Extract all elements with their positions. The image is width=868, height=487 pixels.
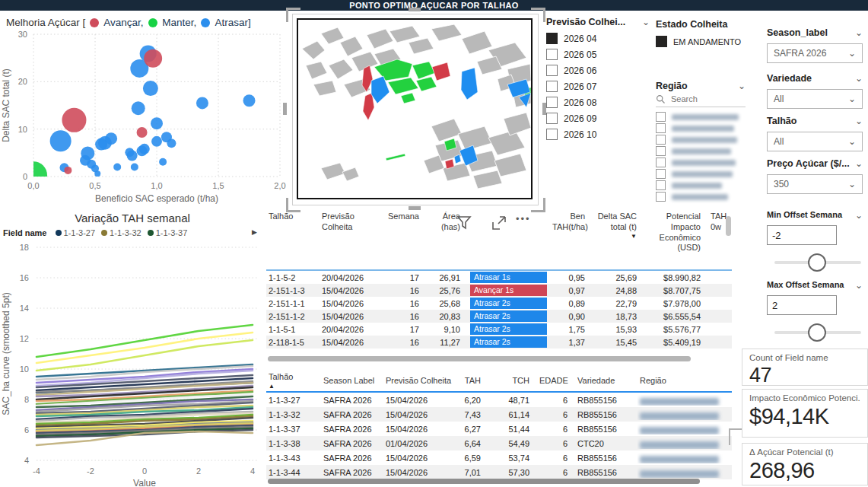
column-header[interactable]: Season Label bbox=[321, 376, 383, 387]
checkbox-unchecked[interactable] bbox=[656, 180, 666, 190]
checkbox-unchecked[interactable] bbox=[656, 146, 666, 156]
checkbox-unchecked[interactable] bbox=[656, 192, 666, 202]
max-offset-slider-knob[interactable] bbox=[808, 323, 826, 342]
chevron-down-icon[interactable]: ⌄ bbox=[642, 17, 650, 27]
map-resize-handle[interactable] bbox=[409, 206, 421, 210]
column-header[interactable]: Ben TAH(t/ha) bbox=[550, 212, 593, 233]
table-row[interactable]: 2-151-1-215/04/20261620,83Atrasar 2s0,90… bbox=[266, 310, 732, 323]
table-row[interactable]: 2-151-1-315/04/20261625,76Avançar 1s0,97… bbox=[266, 284, 732, 297]
checkbox-unchecked[interactable] bbox=[656, 123, 666, 133]
scatter-bubble-Atrasar[interactable] bbox=[132, 101, 145, 115]
chevron-down-icon[interactable]: ⌄ bbox=[855, 73, 863, 84]
scatter-bubble-Atrasar[interactable] bbox=[139, 144, 150, 154]
season-dropdown[interactable]: SAFRA 2026⌄ bbox=[767, 43, 863, 63]
focus-mode-icon[interactable] bbox=[491, 215, 507, 234]
table-row[interactable]: 1-1-3-44SAFRA 202615/04/20267,0157,306RB… bbox=[266, 465, 732, 479]
table-row[interactable]: 1-1-3-32SAFRA 202615/04/20267,4361,146RB… bbox=[266, 407, 732, 422]
filter-funnel-icon[interactable] bbox=[455, 214, 473, 235]
min-offset-slider-knob[interactable] bbox=[808, 253, 826, 272]
column-header[interactable]: Região bbox=[637, 376, 724, 387]
checkbox-checked[interactable] bbox=[546, 33, 558, 44]
filter-option[interactable]: 2026 05 bbox=[546, 46, 650, 62]
chevron-down-icon[interactable]: ⌄ bbox=[855, 27, 863, 38]
scatter-bubble-Atrasar[interactable] bbox=[159, 158, 167, 166]
max-offset-input[interactable]: 2 bbox=[767, 295, 837, 315]
column-header[interactable]: Semana bbox=[383, 212, 427, 222]
map-resize-handle[interactable] bbox=[409, 8, 421, 11]
line-chart[interactable]: 1816141210864-4-2024ValueSAC_ha curve (s… bbox=[0, 207, 265, 487]
table1-vertical-scrollbar[interactable] bbox=[726, 216, 731, 236]
scatter-bubble-Atrasar[interactable] bbox=[81, 146, 94, 160]
filter-option[interactable]: 2026 07 bbox=[546, 78, 650, 94]
scatter-bubble-Atrasar[interactable] bbox=[196, 97, 208, 109]
scatter-bubble-Avançar[interactable] bbox=[144, 49, 162, 68]
variedade-dropdown[interactable]: All⌄ bbox=[767, 89, 863, 109]
region-option[interactable] bbox=[656, 191, 746, 202]
table1-horizontal-scrollbar[interactable] bbox=[268, 356, 691, 361]
column-header[interactable]: EDADE bbox=[537, 376, 575, 387]
scatter-bubble-Atrasar[interactable] bbox=[113, 164, 121, 171]
scatter-bubble-Avançar[interactable] bbox=[62, 108, 86, 132]
checkbox-unchecked[interactable] bbox=[546, 81, 558, 92]
table-row[interactable]: 1-1-5-220/04/20261726,91Atrasar 1s0,9525… bbox=[266, 271, 732, 284]
scatter-bubble-Atrasar[interactable] bbox=[167, 138, 176, 148]
scatter-bubble-Atrasar[interactable] bbox=[151, 136, 162, 147]
preco-dropdown[interactable]: 350⌄ bbox=[767, 174, 863, 194]
map-resize-handle[interactable] bbox=[283, 103, 287, 115]
scatter-chart[interactable]: 01020300,00,51,01,52,0Beneficio SAC espe… bbox=[0, 11, 286, 205]
region-option[interactable] bbox=[656, 180, 746, 191]
region-option[interactable] bbox=[656, 111, 746, 123]
talhao-dropdown[interactable]: All⌄ bbox=[767, 132, 863, 151]
column-header[interactable]: Talhão▲ bbox=[266, 372, 321, 390]
table2-horizontal-scrollbar[interactable] bbox=[268, 479, 700, 484]
scatter-bubble-Avançar[interactable] bbox=[64, 167, 72, 174]
tah-curve[interactable] bbox=[37, 333, 253, 363]
filter-option[interactable]: EM ANDAMENTO bbox=[656, 33, 762, 49]
table-row[interactable]: 1-1-3-27SAFRA 202615/04/20266,2048,716RB… bbox=[266, 393, 732, 407]
table-row[interactable]: 1-1-3-43SAFRA 202615/04/20266,5953,746RB… bbox=[266, 450, 732, 465]
search-input[interactable] bbox=[669, 94, 741, 104]
filter-option[interactable]: 2026 06 bbox=[546, 62, 650, 78]
chevron-down-icon[interactable]: ⌄ bbox=[855, 116, 863, 126]
column-header[interactable]: Talhão bbox=[266, 212, 320, 222]
checkbox-unchecked[interactable] bbox=[656, 112, 666, 122]
chevron-down-icon[interactable]: ⌄ bbox=[855, 280, 863, 291]
filter-option[interactable]: 2026 04 bbox=[546, 30, 650, 46]
region-option[interactable] bbox=[656, 168, 746, 180]
chevron-down-icon[interactable]: ⌄ bbox=[738, 81, 746, 91]
table-row[interactable]: 2-151-1-115/04/20261625,68Atrasar 2s0,89… bbox=[266, 297, 732, 310]
table-row[interactable]: 1-1-5-120/04/2026179,10Atrasar 2s1,7515,… bbox=[266, 323, 732, 336]
checkbox-unchecked[interactable] bbox=[546, 113, 558, 124]
column-header[interactable]: Variedade bbox=[575, 376, 637, 387]
region-option[interactable] bbox=[656, 123, 746, 134]
scatter-bubble-Atrasar[interactable] bbox=[143, 81, 158, 96]
filter-option[interactable]: 2026 10 bbox=[546, 126, 650, 142]
scatter-bubble-Atrasar[interactable] bbox=[105, 132, 117, 145]
chevron-down-icon[interactable]: ⌄ bbox=[855, 210, 863, 221]
checkbox-unchecked[interactable] bbox=[546, 129, 558, 140]
scatter-bubble-Atrasar[interactable] bbox=[94, 170, 100, 177]
tah-curve[interactable] bbox=[37, 325, 253, 357]
scatter-bubble-Atrasar[interactable] bbox=[131, 164, 138, 171]
table-row[interactable]: 1-1-3-38SAFRA 202601/04/20266,6454,496CT… bbox=[266, 436, 732, 450]
column-header[interactable]: TCH bbox=[488, 376, 537, 387]
map-resize-handle[interactable] bbox=[531, 198, 545, 212]
checkbox-unchecked[interactable] bbox=[656, 169, 666, 179]
checkbox-unchecked[interactable] bbox=[546, 49, 558, 60]
column-header[interactable]: Previsão Colheita bbox=[320, 212, 383, 233]
checkbox-unchecked[interactable] bbox=[656, 135, 666, 145]
scatter-bubble-Avançar[interactable] bbox=[137, 127, 148, 138]
region-option[interactable] bbox=[656, 134, 746, 145]
filter-option[interactable]: 2026 08 bbox=[546, 94, 650, 110]
chevron-down-icon[interactable]: ⌄ bbox=[855, 158, 863, 169]
scatter-bubble-Atrasar[interactable] bbox=[50, 130, 72, 151]
more-options-icon[interactable]: ••• bbox=[516, 213, 531, 224]
column-header[interactable]: Potencial Impacto Econômico (USD) bbox=[644, 212, 708, 253]
table-row[interactable]: 1-1-3-37SAFRA 202615/04/20266,2751,446RB… bbox=[266, 422, 732, 436]
region-search[interactable] bbox=[656, 91, 746, 107]
checkbox-unchecked[interactable] bbox=[546, 65, 558, 76]
checkbox-checked[interactable] bbox=[656, 36, 667, 47]
checkbox-unchecked[interactable] bbox=[546, 97, 558, 108]
scatter-bubble-Atrasar[interactable] bbox=[243, 94, 256, 107]
region-option[interactable] bbox=[656, 157, 746, 168]
